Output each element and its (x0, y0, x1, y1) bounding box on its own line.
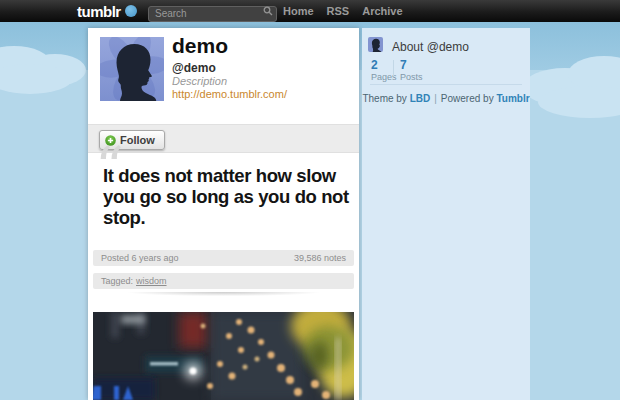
quote-line: stop. (103, 207, 359, 228)
credits-line: Theme by LBD|Powered by Tumblr (362, 93, 530, 104)
post-shadow-divider (96, 292, 351, 298)
nav-home[interactable]: Home (283, 5, 314, 17)
sidebar-divider (370, 84, 522, 85)
quote-line: It does not matter how slow (103, 165, 359, 186)
tumblr-logo-text: tumblr (77, 3, 121, 20)
about-title: About @demo (392, 40, 469, 54)
quote-line: you go so long as you do not (103, 186, 359, 207)
nav-archive[interactable]: Archive (362, 5, 402, 17)
follow-band: Follow (88, 124, 359, 153)
photo-scene (93, 312, 354, 400)
photo-post-image[interactable] (93, 312, 354, 400)
credits-separator: | (434, 93, 437, 104)
page: tumblr Home RSS Archive (0, 0, 620, 400)
stat-divider (393, 60, 394, 76)
nav-rss[interactable]: RSS (327, 5, 350, 17)
powered-by-text: Powered by (441, 93, 497, 104)
theme-by-text: Theme by (362, 93, 409, 104)
tumblr-logo[interactable]: tumblr (77, 0, 137, 22)
search-box (148, 3, 277, 19)
stat-posts-value[interactable]: 7 (400, 58, 407, 72)
top-bar: tumblr Home RSS Archive (0, 0, 620, 22)
stat-posts-label: Posts (400, 72, 423, 82)
tag-link-wisdom[interactable]: wisdom (136, 273, 167, 289)
blog-url-link[interactable]: http://demo.tumblr.com/ (172, 88, 287, 100)
sidebar-panel: About @demo 2 Pages 7 Posts Theme by LBD… (362, 28, 530, 400)
follow-button-label: Follow (120, 134, 155, 146)
main-column: demo @demo Description http://demo.tumbl… (88, 28, 359, 400)
search-icon[interactable] (263, 6, 273, 16)
blog-avatar (100, 37, 164, 101)
cloud-shape (0, 64, 72, 94)
tumblr-logo-dot-icon (125, 5, 137, 17)
notes-count: 39,586 notes (294, 250, 346, 266)
stat-pages-value[interactable]: 2 (371, 58, 378, 72)
posted-time: Posted 6 years ago (101, 250, 179, 266)
blog-title: demo (172, 34, 228, 58)
platform-link[interactable]: Tumblr (496, 93, 529, 104)
top-nav: Home RSS Archive (283, 0, 403, 22)
search-input[interactable] (148, 6, 277, 22)
sidebar-avatar (368, 37, 383, 52)
cloud-shape (538, 86, 620, 118)
tagged-label: Tagged: (101, 273, 133, 289)
post-tags-bar: Tagged: wisdom (93, 273, 354, 289)
theme-name-link[interactable]: LBD (410, 93, 431, 104)
post-meta-bar: Posted 6 years ago 39,586 notes (93, 250, 354, 266)
blog-username: @demo (172, 61, 216, 75)
blog-description: Description (172, 75, 227, 87)
quote-text: It does not matter how slow you go so lo… (103, 165, 359, 228)
